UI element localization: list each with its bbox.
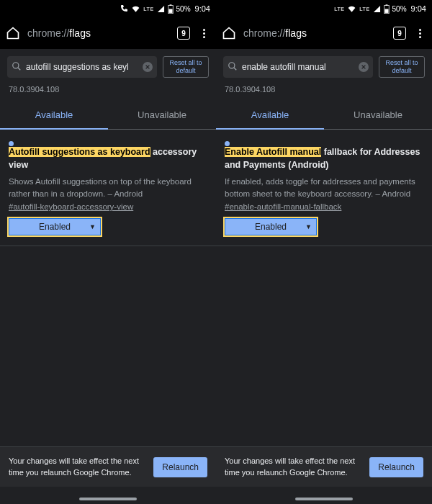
flag-select[interactable]: Enabled ▼ <box>9 218 101 235</box>
tab-unavailable[interactable]: Unavailable <box>324 101 432 130</box>
svg-rect-6 <box>384 9 388 12</box>
battery-pct: 50% <box>392 5 407 13</box>
status-bar: LTE 50% 9:04 <box>0 0 216 17</box>
reset-all-button[interactable]: Reset all to default <box>163 56 209 78</box>
version-text: 78.0.3904.108 <box>0 82 216 101</box>
phone-wifi-icon <box>120 4 128 13</box>
relaunch-text: Your changes will take effect the next t… <box>225 456 362 478</box>
tabs-row: Available Unavailable <box>0 101 216 130</box>
flag-title: Autofill suggestions as keyboard accesso… <box>9 141 207 171</box>
clear-search-icon[interactable] <box>143 62 153 72</box>
signal-icon <box>373 5 381 13</box>
version-text: 78.0.3904.108 <box>216 82 432 101</box>
screenshot-right: LTE LTE 50% 9:04 chrome://flags 9 <box>216 0 432 504</box>
home-icon[interactable] <box>6 26 20 40</box>
lte-label: LTE <box>143 6 153 12</box>
lte-label-2: LTE <box>359 6 369 12</box>
status-bar: LTE LTE 50% 9:04 <box>216 0 432 17</box>
gesture-bar-icon <box>79 498 137 500</box>
tab-available[interactable]: Available <box>216 101 324 130</box>
url-highlight: flags <box>69 27 91 39</box>
flag-title-highlight: Enable Autofill manual <box>225 147 321 157</box>
clock: 9:04 <box>411 4 426 13</box>
url-bar: chrome://flags 9 <box>0 17 216 49</box>
flag-hash[interactable]: #autofill-keyboard-accessory-view <box>9 202 207 211</box>
flags-page: Reset all to default 78.0.3904.108 Avail… <box>0 49 216 504</box>
flag-select-value: Enabled <box>39 222 71 232</box>
flag-select[interactable]: Enabled ▼ <box>225 218 317 235</box>
flags-page: Reset all to default 78.0.3904.108 Avail… <box>216 49 432 504</box>
relaunch-footer: Your changes will take effect the next t… <box>216 446 432 487</box>
battery-pct: 50% <box>176 5 191 13</box>
flag-select-value: Enabled <box>255 222 287 232</box>
search-icon <box>228 61 238 73</box>
chevron-down-icon: ▼ <box>305 223 312 230</box>
url-text[interactable]: chrome://flags <box>27 27 170 39</box>
svg-rect-2 <box>168 9 172 12</box>
svg-point-3 <box>13 62 19 68</box>
modified-dot-icon <box>9 141 14 146</box>
modified-dot-icon <box>225 141 230 146</box>
url-bar: chrome://flags 9 <box>216 17 432 49</box>
url-text[interactable]: chrome://flags <box>243 27 386 39</box>
svg-rect-1 <box>169 4 171 5</box>
flag-item: Enable Autofill manual fallback for Addr… <box>216 130 432 246</box>
battery-icon <box>384 4 390 14</box>
chevron-down-icon: ▼ <box>89 223 96 230</box>
clear-search-icon[interactable] <box>359 62 369 72</box>
url-prefix: chrome:// <box>243 27 285 39</box>
relaunch-button[interactable]: Relaunch <box>369 457 423 477</box>
signal-icon <box>157 5 165 13</box>
url-prefix: chrome:// <box>27 27 69 39</box>
tab-switcher[interactable]: 9 <box>393 27 406 40</box>
search-box[interactable] <box>7 56 157 78</box>
tabs-row: Available Unavailable <box>216 101 432 130</box>
search-box[interactable] <box>223 56 373 78</box>
search-icon <box>12 61 22 73</box>
tab-unavailable[interactable]: Unavailable <box>108 101 216 130</box>
flag-description: Shows Autofill suggestions on top of the… <box>9 176 207 199</box>
flag-description: If enabled, adds toggle for addresses an… <box>225 176 423 199</box>
flag-title-highlight: Autofill suggestions as keyboard <box>9 147 150 157</box>
lte-label: LTE <box>334 6 344 12</box>
overflow-menu-icon[interactable] <box>413 29 426 38</box>
svg-rect-5 <box>385 4 387 5</box>
relaunch-text: Your changes will take effect the next t… <box>9 456 146 478</box>
flag-item: Autofill suggestions as keyboard accesso… <box>0 130 216 246</box>
home-icon[interactable] <box>222 26 236 40</box>
wifi-icon <box>347 4 356 14</box>
clock: 9:04 <box>195 4 210 13</box>
screenshot-left: LTE 50% 9:04 chrome://flags 9 <box>0 0 216 504</box>
overflow-menu-icon[interactable] <box>197 29 210 38</box>
tab-available[interactable]: Available <box>0 101 108 130</box>
relaunch-button[interactable]: Relaunch <box>153 457 207 477</box>
gesture-bar-icon <box>295 498 353 500</box>
reset-all-button[interactable]: Reset all to default <box>379 56 425 78</box>
url-highlight: flags <box>285 27 307 39</box>
search-input[interactable] <box>242 62 354 72</box>
battery-icon <box>168 4 174 14</box>
wifi-icon <box>131 4 140 14</box>
svg-point-7 <box>229 62 235 68</box>
tab-switcher[interactable]: 9 <box>177 27 190 40</box>
search-input[interactable] <box>26 62 138 72</box>
relaunch-footer: Your changes will take effect the next t… <box>0 446 216 487</box>
flag-title: Enable Autofill manual fallback for Addr… <box>225 141 423 171</box>
flag-hash[interactable]: #enable-autofill-manual-fallback <box>225 202 423 211</box>
